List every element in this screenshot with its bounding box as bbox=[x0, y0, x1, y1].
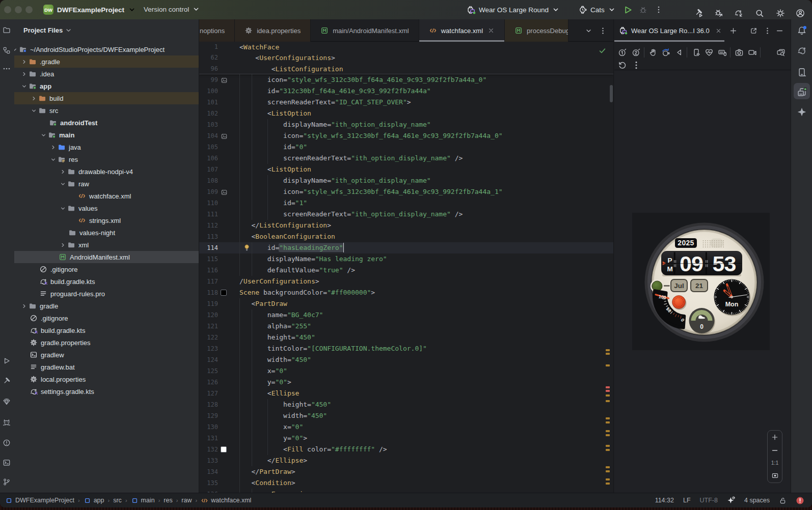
gemini-status-icon[interactable] bbox=[727, 496, 735, 504]
tree-item-watchface.xml[interactable]: watchface.xml bbox=[14, 190, 199, 202]
code-line-100[interactable]: 100 id="312c30bf_f64a_461e_9c93_992f2fb7… bbox=[199, 86, 613, 97]
tree-item-AndroidManifest.xml[interactable]: AndroidManifest.xml bbox=[14, 251, 199, 263]
code-line-123[interactable]: 123 tintColor="[CONFIGURATION.themeColor… bbox=[199, 343, 613, 354]
code-line-111[interactable]: 111 screenReaderText="ith_option_display… bbox=[199, 209, 613, 220]
tree-item-androidTest[interactable]: androidTest bbox=[14, 117, 199, 129]
image-gutter-icon[interactable] bbox=[221, 188, 228, 195]
tree-item-main[interactable]: main bbox=[14, 129, 199, 141]
zoom-reset-button[interactable]: 1:1 bbox=[771, 460, 779, 466]
health-services-icon[interactable] bbox=[705, 48, 714, 57]
zoom-out-button[interactable] bbox=[771, 447, 778, 454]
tree-toggle-icon[interactable] bbox=[50, 144, 57, 151]
code-line-127[interactable]: 127 <Ellipse bbox=[199, 388, 613, 399]
code-line-114[interactable]: 114 id="hasLeadingZero" bbox=[199, 242, 613, 253]
screen-record-icon[interactable] bbox=[748, 48, 757, 57]
settings-icon[interactable] bbox=[776, 9, 785, 18]
version-control-menu[interactable]: Version control bbox=[144, 5, 200, 13]
code-line-130[interactable]: 130 x="0" bbox=[199, 421, 613, 433]
device-manager-tool-icon[interactable] bbox=[797, 67, 807, 77]
tree-item-proguard-rules.pro[interactable]: proguard-rules.pro bbox=[14, 288, 199, 300]
code-line-104[interactable]: 104 icon="style_wfs_312c30bf_f64a_461e_9… bbox=[199, 130, 613, 141]
search-everywhere-icon[interactable] bbox=[755, 9, 764, 18]
stripe-mark[interactable] bbox=[606, 421, 610, 423]
tree-item-AndroidStudioProjectsDWFExampleProject[interactable]: ~/AndroidStudioProjects/DWFExampleProjec… bbox=[14, 43, 199, 55]
tree-item-res[interactable]: res bbox=[14, 153, 199, 165]
code-line-122[interactable]: 122 height="450" bbox=[199, 332, 613, 343]
code-line-134[interactable]: 134 </PartDraw> bbox=[199, 466, 613, 477]
code-line-101[interactable]: 101 screenReaderText="ID_CAT_STEP_OVER"> bbox=[199, 97, 613, 108]
ui-inspector-icon[interactable] bbox=[776, 48, 786, 57]
macos-close-button[interactable] bbox=[4, 6, 11, 13]
stripe-mark[interactable] bbox=[606, 449, 610, 451]
code-line-128[interactable]: 128 height="450" bbox=[199, 399, 613, 410]
tree-item-.idea[interactable]: .idea bbox=[14, 68, 199, 80]
file-encoding[interactable]: UTF-8 bbox=[700, 497, 718, 504]
stripe-mark[interactable] bbox=[606, 478, 610, 480]
toolbar-more-icon[interactable] bbox=[632, 61, 641, 70]
back-button-icon[interactable] bbox=[674, 48, 684, 57]
inspections-ok-icon[interactable] bbox=[599, 47, 606, 54]
tree-toggle-icon[interactable] bbox=[21, 59, 28, 65]
code-line-119[interactable]: 119 <PartDraw bbox=[199, 298, 613, 309]
editor-tab-idea.properties[interactable]: idea.properties bbox=[235, 19, 311, 42]
tree-item-values-night[interactable]: values-night bbox=[14, 226, 199, 239]
stripe-mark[interactable] bbox=[606, 386, 610, 388]
code-line-103[interactable]: 103 displayName="ith_option_display_name… bbox=[199, 119, 613, 130]
hide-panel-icon[interactable] bbox=[776, 27, 783, 35]
rotate-crown-icon[interactable] bbox=[661, 48, 670, 57]
editor-tab-noptions[interactable]: noptions bbox=[199, 19, 235, 42]
tree-item-build.gradle.kts[interactable]: Kbuild.gradle.kts bbox=[14, 324, 199, 336]
code-line-120[interactable]: 120 name="BG_40c7" bbox=[199, 309, 613, 321]
tree-toggle-icon[interactable] bbox=[50, 156, 57, 163]
zoom-in-button[interactable] bbox=[771, 434, 778, 441]
project-widget[interactable]: DW DWFExampleProject bbox=[43, 4, 136, 16]
tree-item-gradle[interactable]: gradle bbox=[14, 300, 199, 312]
breadcrumb-src[interactable]: src bbox=[113, 497, 122, 504]
code-line-112[interactable]: 112 </ListConfiguration> bbox=[199, 220, 613, 231]
breadcrumb-DWFExampleProject[interactable]: DWFExampleProject bbox=[5, 497, 74, 504]
gemini-tool-icon[interactable] bbox=[797, 107, 807, 117]
image-gutter-icon[interactable] bbox=[221, 132, 228, 139]
code-line-105[interactable]: 105 id="0" bbox=[199, 141, 613, 153]
reset-view-icon[interactable] bbox=[618, 61, 627, 70]
editor-tab-watchface.xml[interactable]: watchface.xml bbox=[419, 19, 505, 42]
hardware-input-icon[interactable] bbox=[718, 48, 727, 57]
image-gutter-icon[interactable] bbox=[221, 76, 228, 83]
tree-item-java[interactable]: java bbox=[14, 141, 199, 153]
project-view-selector[interactable]: Project Files bbox=[23, 26, 72, 34]
project-tool-icon[interactable] bbox=[3, 26, 11, 34]
tree-toggle-icon[interactable] bbox=[14, 46, 18, 53]
version-control-tool-icon[interactable] bbox=[3, 478, 11, 486]
breadcrumbs[interactable]: DWFExampleProject›app›src›main›res›raw›w… bbox=[5, 493, 251, 507]
tree-item-raw[interactable]: raw bbox=[14, 178, 199, 190]
stripe-mark[interactable] bbox=[606, 349, 610, 351]
line-separator[interactable]: LF bbox=[683, 497, 691, 504]
tree-item-gradlew[interactable]: gradlew bbox=[14, 349, 199, 361]
device-selector[interactable]: Wear OS Large Round bbox=[466, 5, 560, 15]
breadcrumb-watchface.xml[interactable]: watchface.xml bbox=[201, 497, 251, 504]
notifications-tool-icon[interactable] bbox=[797, 25, 807, 36]
device-button-2-icon[interactable] bbox=[632, 48, 641, 57]
structure-tool-icon[interactable] bbox=[3, 46, 11, 54]
zoom-fit-button[interactable] bbox=[771, 472, 779, 479]
caret-position[interactable]: 114:32 bbox=[655, 497, 674, 504]
tree-toggle-icon[interactable] bbox=[21, 303, 28, 309]
tree-item-drawable-nodpi-v4[interactable]: drawable-nodpi-v4 bbox=[14, 165, 199, 178]
stripe-mark[interactable] bbox=[606, 394, 610, 396]
tree-toggle-icon[interactable] bbox=[31, 95, 37, 102]
indent-setting[interactable]: 4 spaces bbox=[744, 497, 770, 504]
account-icon[interactable] bbox=[796, 9, 805, 18]
stripe-mark[interactable] bbox=[606, 434, 610, 436]
tree-item-.gitignore[interactable]: .gitignore bbox=[14, 263, 199, 275]
stripe-mark[interactable] bbox=[606, 466, 610, 468]
tree-item-gradle.properties[interactable]: gradle.properties bbox=[14, 336, 199, 349]
code-line-115[interactable]: 115 displayName="Has leading zero" bbox=[199, 253, 613, 265]
code-line-110[interactable]: 110 id="1" bbox=[199, 197, 613, 209]
gradle-tool-icon[interactable] bbox=[797, 45, 807, 55]
breadcrumb-raw[interactable]: raw bbox=[181, 497, 192, 504]
debug-button[interactable] bbox=[639, 6, 647, 14]
stripe-mark[interactable] bbox=[606, 430, 610, 432]
sticky-line[interactable]: 62 <UserConfigurations> bbox=[199, 52, 613, 63]
tree-toggle-icon[interactable] bbox=[40, 132, 47, 138]
code-line-121[interactable]: 121 alpha="255" bbox=[199, 321, 613, 332]
